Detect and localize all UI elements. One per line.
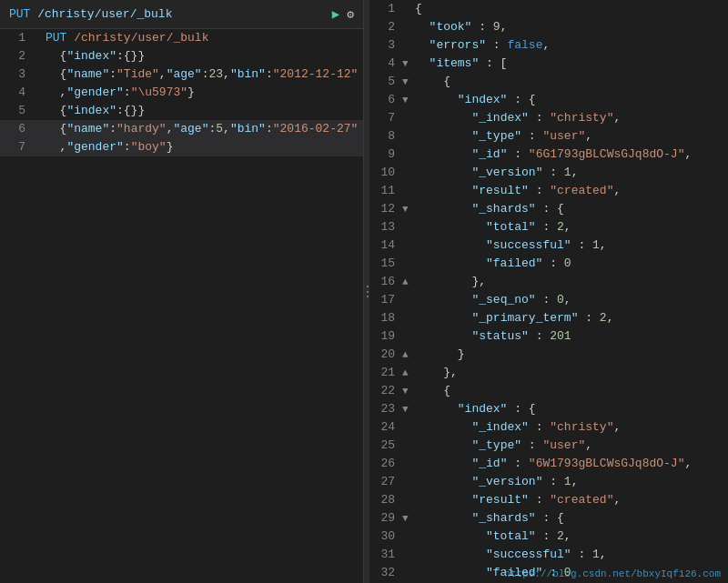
table-row: 31 "successful" : 1, xyxy=(369,546,728,564)
table-row: 4▼ "items" : [ xyxy=(369,55,728,73)
line-number: 6 xyxy=(369,91,402,109)
line-content: "failed" : 0 xyxy=(415,255,728,273)
fold-icon[interactable]: ▼ xyxy=(402,509,415,528)
line-number: 4 xyxy=(369,55,402,73)
table-row: 18 "_primary_term" : 2, xyxy=(369,309,728,327)
table-row: 1PUT /christy/user/_bulk xyxy=(0,29,363,47)
table-row: 19 "status" : 201 xyxy=(369,327,728,346)
table-row: 30 "total" : 2, xyxy=(369,528,728,546)
line-content: "result" : "created", xyxy=(415,491,728,509)
line-content: } xyxy=(415,346,728,364)
table-row: 3 {"name":"Tide","age":23,"bin":"2012-12… xyxy=(0,65,363,84)
line-number: 4 xyxy=(0,84,33,102)
table-row: 16▲ }, xyxy=(369,273,728,291)
line-content: { xyxy=(415,382,728,400)
table-row: 9 "_id" : "6G1793gBLCWsGJq8dO-J", xyxy=(369,146,728,164)
table-row: 11 "result" : "created", xyxy=(369,182,728,200)
line-content: "took" : 9, xyxy=(415,18,728,36)
line-number: 32 xyxy=(369,564,402,582)
table-row: 7 "_index" : "christy", xyxy=(369,109,728,127)
line-number: 7 xyxy=(0,138,33,156)
line-number: 7 xyxy=(369,109,402,127)
line-content: "items" : [ xyxy=(415,55,728,73)
line-content: PUT /christy/user/_bulk xyxy=(46,29,363,47)
line-content: "_id" : "6G1793gBLCWsGJq8dO-J", xyxy=(415,146,728,164)
fold-icon[interactable]: ▲ xyxy=(402,346,415,364)
line-number: 21 xyxy=(369,364,402,382)
table-row: 6 {"name":"hardy","age":5,"bin":"2016-02… xyxy=(0,120,363,138)
line-content: "_shards" : { xyxy=(415,509,728,528)
line-content: "_seq_no" : 0, xyxy=(415,291,728,309)
table-row: 22▼ { xyxy=(369,382,728,400)
header-icons: ▶ ⚙ xyxy=(332,6,354,22)
fold-icon[interactable]: ▼ xyxy=(402,91,415,109)
table-row: 5▼ { xyxy=(369,73,728,91)
line-number: 2 xyxy=(369,18,402,36)
line-number: 11 xyxy=(369,182,402,200)
line-number: 1 xyxy=(369,0,402,18)
right-code-area[interactable]: 1{2 "took" : 9,3 "errors" : false,4▼ "it… xyxy=(369,0,728,583)
line-number: 28 xyxy=(369,491,402,509)
line-number: 22 xyxy=(369,382,402,400)
table-row: 27 "_version" : 1, xyxy=(369,473,728,491)
table-row: 5 {"index":{}} xyxy=(0,102,363,120)
table-row: 10 "_version" : 1, xyxy=(369,164,728,182)
line-number: 5 xyxy=(369,73,402,91)
table-row: 2 "took" : 9, xyxy=(369,18,728,36)
settings-icon[interactable]: ⚙ xyxy=(347,7,354,22)
line-content: ,"gender":"\u5973"} xyxy=(46,84,363,102)
table-row: 1{ xyxy=(369,0,728,18)
line-number: 18 xyxy=(369,309,402,327)
line-number: 12 xyxy=(369,200,402,218)
line-number: 25 xyxy=(369,437,402,455)
table-row: 23▼ "index" : { xyxy=(369,400,728,418)
line-number: 3 xyxy=(0,65,33,84)
table-row: 3 "errors" : false, xyxy=(369,36,728,55)
left-panel: PUT /christy/user/_bulk ▶ ⚙ 1PUT /christ… xyxy=(0,0,364,583)
line-content: "index" : { xyxy=(415,91,728,109)
line-content: { xyxy=(415,73,728,91)
right-panel: 1{2 "took" : 9,3 "errors" : false,4▼ "it… xyxy=(369,0,728,583)
line-content: {"name":"hardy","age":5,"bin":"2016-02-2… xyxy=(46,120,363,138)
table-row: 14 "successful" : 1, xyxy=(369,236,728,255)
line-content: "_primary_term" : 2, xyxy=(415,309,728,327)
line-content: "errors" : false, xyxy=(415,36,728,55)
line-content: ,"gender":"boy"} xyxy=(46,138,363,156)
line-content: "_version" : 1, xyxy=(415,164,728,182)
watermark: https://blog.csdn.net/bbxyIqf126.com xyxy=(504,568,721,579)
fold-icon[interactable]: ▼ xyxy=(402,55,415,73)
line-content: "total" : 2, xyxy=(415,528,728,546)
line-content: "_type" : "user", xyxy=(415,127,728,146)
line-content: { xyxy=(415,0,728,18)
left-code-area[interactable]: 1PUT /christy/user/_bulk2 {"index":{}}3 … xyxy=(0,29,363,583)
run-icon[interactable]: ▶ xyxy=(332,6,339,22)
line-number: 19 xyxy=(369,327,402,346)
line-number: 17 xyxy=(369,291,402,309)
line-content: {"name":"Tide","age":23,"bin":"2012-12-1… xyxy=(46,65,363,84)
request-url: /christy/user/_bulk xyxy=(37,7,172,21)
table-row: 6▼ "index" : { xyxy=(369,91,728,109)
table-row: 26 "_id" : "6W1793gBLCWsGJq8dO-J", xyxy=(369,455,728,473)
table-row: 4 ,"gender":"\u5973"} xyxy=(0,84,363,102)
line-number: 10 xyxy=(369,164,402,182)
line-number: 15 xyxy=(369,255,402,273)
line-number: 20 xyxy=(369,346,402,364)
table-row: 15 "failed" : 0 xyxy=(369,255,728,273)
table-row: 20▲ } xyxy=(369,346,728,364)
fold-icon[interactable]: ▼ xyxy=(402,73,415,91)
line-number: 29 xyxy=(369,509,402,528)
fold-icon[interactable]: ▲ xyxy=(402,364,415,382)
fold-icon[interactable]: ▼ xyxy=(402,382,415,400)
line-number: 23 xyxy=(369,400,402,418)
line-content: "index" : { xyxy=(415,400,728,418)
fold-icon[interactable]: ▲ xyxy=(402,273,415,291)
line-number: 30 xyxy=(369,528,402,546)
line-number: 24 xyxy=(369,418,402,437)
table-row: 2 {"index":{}} xyxy=(0,47,363,65)
line-number: 6 xyxy=(0,120,33,138)
line-content: "_type" : "user", xyxy=(415,437,728,455)
fold-icon[interactable]: ▼ xyxy=(402,400,415,418)
line-number: 9 xyxy=(369,146,402,164)
table-row: 8 "_type" : "user", xyxy=(369,127,728,146)
fold-icon[interactable]: ▼ xyxy=(402,200,415,218)
